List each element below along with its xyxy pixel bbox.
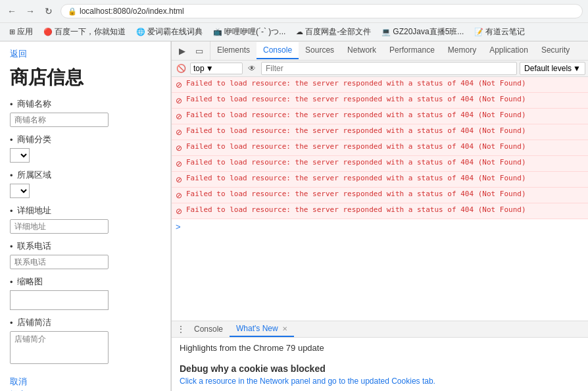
bottom-panel: ⋮ Console What's New ✕ Highlights from t… [172,321,588,391]
devtools-icon-group: ▶ ▭ [172,41,210,60]
console-toolbar: 🚫 top ▼ 👁 Default levels ▼ [172,61,588,77]
bullet-7: • [10,318,13,328]
bullet-2: • [10,135,13,145]
bookmark-youdao-label: 有道云笔记 [485,26,525,38]
tab-elements[interactable]: Elements [210,42,257,59]
devtools-tabs: Elements Console Sources Network Perform… [210,42,588,59]
error-icon-5: ⊘ [176,142,182,154]
bookmark-gz[interactable]: 💻 GZ20Java直播5班... [378,25,468,39]
whatsnew-close-icon[interactable]: ✕ [282,325,287,332]
eye-icon[interactable]: 👁 [245,62,258,75]
address-bar[interactable]: 🔒 localhost:8080/o2o/index.html [61,4,583,18]
console-error-7: ⊘ Failed to load resource: the server re… [172,172,588,188]
tab-console[interactable]: Console [257,42,299,59]
phone-label: • 联系电话 [10,240,160,252]
nav-forward-button[interactable]: → [24,5,37,18]
highlight-text: Highlights from the Chrome 79 update [180,343,324,353]
error-icon-4: ⊘ [176,126,182,138]
ban-icon[interactable]: 🚫 [174,62,187,75]
debug-title: Debug why a cookie was blocked [180,363,580,374]
dict-icon: 🌐 [136,28,145,36]
tab-performance[interactable]: Performance [383,42,441,59]
browser-chrome: ← → ↻ 🔒 localhost:8080/o2o/index.html ⊞ … [0,0,588,41]
apps-icon: ⊞ [9,28,15,36]
address-input[interactable] [10,219,109,234]
console-prompt[interactable]: > [172,219,588,234]
page-title: 商店信息 [10,65,160,90]
shopname-label: • 商铺名称 [10,98,160,110]
form-item-address: • 详细地址 [10,205,160,234]
error-text-9: Failed to load resource: the server resp… [186,205,584,216]
bookmark-pan[interactable]: ☁ 百度网盘-全部文件 [292,25,375,39]
error-text-3: Failed to load resource: the server resp… [186,110,584,121]
console-error-3: ⊘ Failed to load resource: the server re… [172,109,588,124]
region-label-text: 所属区域 [17,169,51,181]
tab-security[interactable]: Security [535,42,576,59]
bookmark-dict[interactable]: 🌐 爱词霸在线词典 [132,25,207,39]
tab-network[interactable]: Network [341,42,383,59]
bottom-tab-console[interactable]: Console [187,322,230,336]
bottom-menu-icon[interactable]: ⋮ [174,321,187,337]
levels-label: Default levels [524,64,572,73]
bottom-tabs: ⋮ Console What's New ✕ [172,321,588,338]
tab-sources[interactable]: Sources [299,42,341,59]
device-icon[interactable]: ▭ [191,41,207,60]
bottom-content: Highlights from the Chrome 79 update [172,338,588,358]
error-text-5: Failed to load resource: the server resp… [186,142,584,153]
thumbnail-label-text: 缩略图 [17,276,43,288]
bookmark-apps[interactable]: ⊞ 应用 [5,25,37,39]
nav-back-button[interactable]: ← [5,5,18,18]
error-icon-8: ⊘ [176,190,182,201]
bookmark-apps-label: 应用 [17,26,33,38]
error-icon-9: ⊘ [176,205,182,217]
prompt-symbol: > [176,222,181,232]
form-item-region: • 所属区域 [10,169,160,198]
console-error-4: ⊘ Failed to load resource: the server re… [172,124,588,140]
tab-application[interactable]: Application [483,42,535,59]
image-upload-box[interactable] [10,290,109,310]
address-label-text: 详细地址 [17,205,51,217]
youdao-icon: 📝 [474,28,483,36]
bookmark-youdao[interactable]: 📝 有道云笔记 [470,25,529,39]
cancel-link[interactable]: 取消 [10,376,160,388]
nav-refresh-button[interactable]: ↻ [42,5,55,18]
context-label: top [193,64,205,73]
levels-dropdown[interactable]: Default levels ▼ [520,62,585,75]
error-text-7: Failed to load resource: the server resp… [186,173,584,184]
debug-desc[interactable]: Click a resource in the Network panel an… [180,377,580,386]
shopname-label-text: 商铺名称 [17,98,51,110]
console-filter-input[interactable] [261,62,517,75]
bookmark-bili[interactable]: 📺 咿哩咿哩(´-` )つ... [209,25,289,39]
desc-label: • 店铺简洁 [10,317,160,328]
whatsnew-label: What's New [236,324,278,333]
bookmark-baidu-label: 百度一下，你就知道 [55,26,126,38]
bookmark-dict-label: 爱词霸在线词典 [147,26,203,38]
devtools-toolbar: ▶ ▭ Elements Console Sources Network Per… [172,41,588,61]
bullet-5: • [10,242,13,251]
desc-label-text: 店铺简洁 [17,317,51,328]
desc-textarea[interactable] [10,331,109,364]
inspect-icon[interactable]: ▶ [174,41,190,60]
region-select[interactable] [10,184,30,198]
back-link[interactable]: 返回 [10,48,160,60]
context-selector[interactable]: top ▼ [190,63,243,74]
console-error-2: ⊘ Failed to load resource: the server re… [172,93,588,109]
bullet-1: • [10,99,13,109]
console-error-5: ⊘ Failed to load resource: the server re… [172,140,588,156]
bottom-tab-whatsnew[interactable]: What's New ✕ [230,321,294,337]
error-icon-3: ⊘ [176,111,182,122]
baidu-icon: 🔴 [43,28,53,36]
main-area: 返回 商店信息 • 商铺名称 • 商铺分类 [0,41,588,391]
region-label: • 所属区域 [10,169,160,181]
address-label: • 详细地址 [10,205,160,217]
shopname-input[interactable] [10,113,109,127]
bookmark-pan-label: 百度网盘-全部文件 [305,26,371,38]
category-select[interactable] [10,148,30,163]
tab-memory[interactable]: Memory [441,42,483,59]
form-item-desc: • 店铺简洁 [10,317,160,366]
bili-icon: 📺 [213,28,222,36]
url-text: localhost:8080/o2o/index.html [80,7,184,16]
error-text-2: Failed to load resource: the server resp… [186,94,584,105]
bookmark-baidu[interactable]: 🔴 百度一下，你就知道 [39,25,130,39]
phone-input[interactable] [10,255,109,269]
